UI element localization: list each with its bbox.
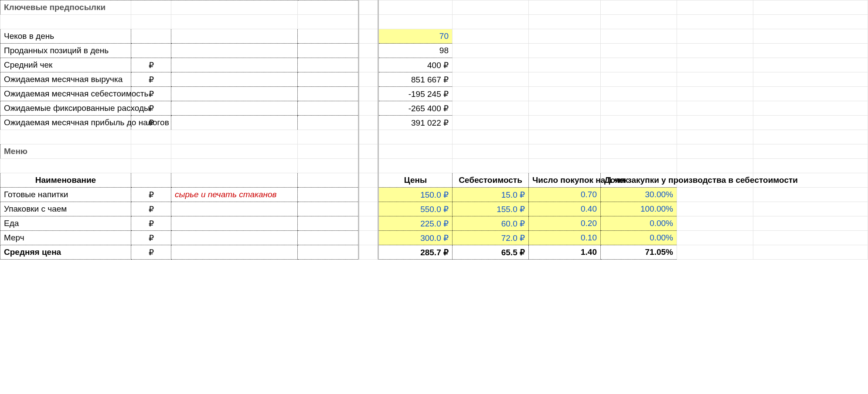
menu-item-name[interactable]: Готовые напитки [0,188,131,202]
cell[interactable] [453,29,529,44]
menu-total-prod-share[interactable]: 71.05% [601,245,677,260]
label-items-per-day[interactable]: Проданных позиций в день [0,44,131,58]
cell[interactable] [677,231,753,245]
menu-total-price[interactable]: 285.7 ₽ [378,245,453,260]
cell[interactable] [529,44,601,58]
cell[interactable] [171,173,298,188]
menu-item-note[interactable] [171,216,298,231]
cell[interactable] [753,245,868,260]
cell[interactable] [529,144,601,159]
cell[interactable] [453,58,529,72]
cell[interactable] [131,130,171,144]
cell[interactable] [131,0,171,15]
cell[interactable] [378,0,453,15]
cell[interactable] [131,144,171,159]
menu-total-label[interactable]: Средняя цена [0,245,131,260]
cell[interactable] [298,130,359,144]
menu-item-note[interactable]: сырье и печать стаканов [171,188,298,202]
cell[interactable] [171,72,298,87]
cell[interactable] [601,116,677,130]
menu-total-cost[interactable]: 65.5 ₽ [453,245,529,260]
cell[interactable] [453,101,529,116]
menu-item-cost[interactable]: 155.0 ₽ [453,202,529,216]
cell[interactable] [529,116,601,130]
cell[interactable] [677,216,753,231]
menu-header-cost[interactable]: Себестоимость [453,173,529,188]
cell[interactable] [753,216,868,231]
unit-cell[interactable]: ₽ [131,245,171,260]
cell[interactable] [378,144,453,159]
unit-cell[interactable] [131,29,171,44]
cell[interactable] [378,130,453,144]
cell[interactable] [677,72,753,87]
cell[interactable] [601,87,677,101]
menu-item-per-check[interactable]: 0.20 [529,216,601,231]
cell[interactable] [298,159,359,173]
cell[interactable] [753,101,868,116]
value-avg-check[interactable]: 400 ₽ [378,58,453,72]
cell[interactable] [298,44,359,58]
cell[interactable] [753,144,868,159]
cell[interactable] [753,188,868,202]
value-items-per-day[interactable]: 98 [378,44,453,58]
cell[interactable] [453,159,529,173]
cell[interactable] [753,202,868,216]
cell[interactable] [529,101,601,116]
cell[interactable] [171,15,298,29]
menu-item-price[interactable]: 550.0 ₽ [378,202,453,216]
cell[interactable] [677,130,753,144]
cell[interactable] [677,101,753,116]
menu-item-prod-share[interactable]: 0.00% [601,216,677,231]
label-fixed-costs[interactable]: Ожидаемые фиксированные расходы [0,101,131,116]
menu-item-cost[interactable]: 72.0 ₽ [453,231,529,245]
cell[interactable] [171,130,298,144]
cell[interactable] [677,202,753,216]
cell[interactable] [529,58,601,72]
cell[interactable] [753,58,868,72]
cell[interactable] [171,116,298,130]
menu-item-prod-share[interactable]: 0.00% [601,231,677,245]
cell[interactable] [453,87,529,101]
cell[interactable] [298,101,359,116]
menu-item-per-check[interactable]: 0.70 [529,188,601,202]
menu-item-price[interactable]: 300.0 ₽ [378,231,453,245]
cell[interactable] [0,159,131,173]
assumptions-title[interactable]: Ключевые предпосылки [0,0,131,15]
menu-header-price[interactable]: Цены [378,173,453,188]
cell[interactable] [378,15,453,29]
label-checks-per-day[interactable]: Чеков в день [0,29,131,44]
cell[interactable] [298,0,359,15]
cell[interactable] [298,144,359,159]
cell[interactable] [601,72,677,87]
cell[interactable] [453,72,529,87]
menu-header-prod-share[interactable]: Доля закупки у производства в себестоимо… [601,173,677,188]
cell[interactable] [298,245,359,260]
cell[interactable] [529,72,601,87]
cell[interactable] [378,159,453,173]
cell[interactable] [453,116,529,130]
unit-cell[interactable]: ₽ [131,58,171,72]
unit-cell[interactable]: ₽ [131,202,171,216]
menu-item-prod-share[interactable]: 100.00% [601,202,677,216]
cell[interactable] [171,44,298,58]
menu-item-price[interactable]: 150.0 ₽ [378,188,453,202]
cell[interactable] [453,130,529,144]
cell[interactable] [529,29,601,44]
cell[interactable] [677,87,753,101]
menu-item-per-check[interactable]: 0.40 [529,202,601,216]
cell[interactable] [753,0,868,15]
cell[interactable] [298,173,359,188]
cell[interactable] [171,29,298,44]
cell[interactable] [131,159,171,173]
menu-item-name[interactable]: Еда [0,216,131,231]
cell[interactable] [453,144,529,159]
menu-header-name[interactable]: Наименование [0,173,131,188]
menu-item-prod-share[interactable]: 30.00% [601,188,677,202]
cell[interactable] [677,245,753,260]
value-fixed-costs[interactable]: -265 400 ₽ [378,101,453,116]
cell[interactable] [0,130,131,144]
cell[interactable] [753,87,868,101]
cell[interactable] [601,0,677,15]
cell[interactable] [0,15,131,29]
value-monthly-revenue[interactable]: 851 667 ₽ [378,72,453,87]
